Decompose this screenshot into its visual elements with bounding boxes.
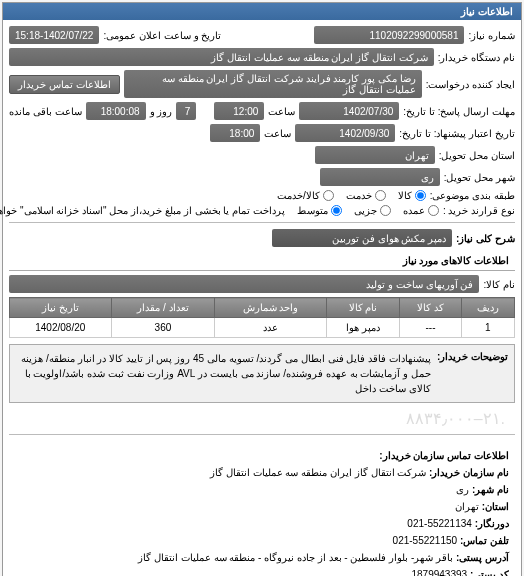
- contract-small-option[interactable]: جزیی: [354, 205, 391, 216]
- goods-info-title: اطلاعات کالاهای مورد نیاز: [9, 251, 515, 271]
- cell-name: دمپر هوا: [326, 318, 400, 338]
- contact-fax-label: دورنگار:: [475, 518, 509, 529]
- deadline-time-value: 12:00: [214, 102, 264, 120]
- buyer-notes-text: پیشنهادات فاقد فایل فنی ابطال می گردند/ …: [16, 351, 431, 396]
- contact-title: اطلاعات تماس سازمان خریدار:: [379, 450, 509, 461]
- separator: [9, 222, 515, 223]
- need-title-value: دمپر مکش هوای فن توربین: [272, 229, 452, 247]
- goods-name-value: فن آوریهای ساخت و تولید: [9, 275, 479, 293]
- watermark-text: .۲۱–۸۸۳۴٫۰۰۰: [9, 409, 515, 428]
- city-label: شهر محل تحویل:: [444, 172, 515, 183]
- buyer-org-value: شرکت انتقال گاز ایران منطقه سه عملیات ان…: [9, 48, 434, 66]
- col-row: ردیف: [461, 298, 514, 318]
- category-label: طبقه بندی موضوعی:: [430, 190, 515, 201]
- buyer-notes-label: توضیحات خریدار:: [437, 351, 508, 396]
- table-row: 1 --- دمپر هوا عدد 360 1402/08/20: [10, 318, 515, 338]
- cell-code: ---: [400, 318, 462, 338]
- contact-city-label: نام شهر:: [472, 484, 509, 495]
- contract-note: پرداخت تمام یا بخشی از مبلغ خرید،از محل …: [0, 205, 285, 216]
- contact-city-value: ری: [456, 484, 469, 495]
- validity-time-word: ساعت: [264, 128, 291, 139]
- city-value: ری: [320, 168, 440, 186]
- remain-days-value: 7: [176, 102, 196, 120]
- category-service-radio[interactable]: [375, 190, 386, 201]
- province-value: تهران: [315, 146, 435, 164]
- category-service-option[interactable]: خدمت: [346, 190, 386, 201]
- contract-small-label: جزیی: [354, 205, 377, 216]
- category-both-label: کالا/خدمت: [277, 190, 320, 201]
- contract-label: نوع قرارند خرید :: [443, 205, 515, 216]
- category-goods-radio[interactable]: [415, 190, 426, 201]
- contact-fax-value: 55221134-021: [407, 518, 472, 529]
- goods-name-label: نام کالا:: [483, 279, 515, 290]
- remain-day-word: روز و: [150, 106, 173, 117]
- cell-unit: عدد: [215, 318, 326, 338]
- category-goods-label: کالا: [398, 190, 412, 201]
- contact-tel-value: 55221150-021: [393, 535, 458, 546]
- col-unit: واحد شمارش: [215, 298, 326, 318]
- public-dt-label: تاریخ و ساعت اعلان عمومی:: [103, 30, 221, 41]
- buyer-org-label: نام دستگاه خریدار:: [438, 52, 515, 63]
- contract-radio-group: عمده جزیی متوسط: [297, 205, 439, 216]
- contact-prov-value: تهران: [455, 501, 479, 512]
- category-goods-option[interactable]: کالا: [398, 190, 426, 201]
- requester-value: رضا مکی پور کارمند فرایند شرکت انتقال گا…: [124, 70, 422, 98]
- contact-zip-value: 1879943393: [411, 569, 467, 576]
- validity-date-value: 1402/09/30: [295, 124, 395, 142]
- need-no-value: 1102092299000581: [314, 26, 464, 44]
- contract-average-label: متوسط: [297, 205, 328, 216]
- panel-body: شماره نیاز: 1102092299000581 تاریخ و ساع…: [3, 20, 521, 576]
- contract-large-option[interactable]: عمده: [403, 205, 439, 216]
- remain-label: ساعت باقی مانده: [9, 106, 82, 117]
- panel-title: اطلاعات نیاز: [3, 3, 521, 20]
- contract-average-option[interactable]: متوسط: [297, 205, 342, 216]
- contract-large-label: عمده: [403, 205, 425, 216]
- contract-small-radio[interactable]: [380, 205, 391, 216]
- need-no-label: شماره نیاز:: [468, 30, 515, 41]
- remain-time-value: 18:00:08: [86, 102, 146, 120]
- category-radio-group: کالا خدمت کالا/خدمت: [277, 190, 426, 201]
- contact-prov-label: استان:: [482, 501, 509, 512]
- contract-large-radio[interactable]: [428, 205, 439, 216]
- category-service-label: خدمت: [346, 190, 372, 201]
- col-qty: تعداد / مقدار: [111, 298, 215, 318]
- category-both-option[interactable]: کالا/خدمت: [277, 190, 334, 201]
- cell-date: 1402/08/20: [10, 318, 112, 338]
- need-info-panel: اطلاعات نیاز شماره نیاز: 110209229900058…: [2, 2, 522, 576]
- need-title-label: شرح کلی نیاز:: [456, 233, 515, 244]
- contact-org-label: نام سازمان خریدار:: [429, 467, 509, 478]
- province-label: استان محل تحویل:: [439, 150, 515, 161]
- contact-tel-label: تلفن تماس:: [460, 535, 509, 546]
- public-date-value: 1402/07/22 - 15:18: [9, 26, 99, 44]
- validity-time-value: 18:00: [210, 124, 260, 142]
- separator-2: [9, 434, 515, 435]
- validity-label: تاریخ اعتبار پیشنهاد: تا تاریخ:: [399, 128, 515, 139]
- category-both-radio[interactable]: [323, 190, 334, 201]
- col-code: کد کالا: [400, 298, 462, 318]
- deadline-time-word: ساعت: [268, 106, 295, 117]
- cell-qty: 360: [111, 318, 215, 338]
- requester-label: ایجاد کننده درخواست:: [426, 79, 515, 90]
- deadline-label: مهلت ارسال پاسخ: تا تاریخ:: [403, 106, 515, 117]
- buyer-contact-button[interactable]: اطلاعات تماس خریدار: [9, 75, 120, 94]
- col-date: تاریخ نیاز: [10, 298, 112, 318]
- buyer-contact-block: اطلاعات تماس سازمان خریدار: نام سازمان خ…: [9, 441, 515, 576]
- contact-zip-label: کد پستی:: [470, 569, 509, 576]
- col-name: نام کالا: [326, 298, 400, 318]
- contact-addr-value: باقر شهر- بلوار فلسطین - بعد از جاده نیر…: [138, 552, 453, 563]
- goods-table: ردیف کد کالا نام کالا واحد شمارش تعداد /…: [9, 297, 515, 338]
- cell-row: 1: [461, 318, 514, 338]
- contact-addr-label: آدرس پستی:: [456, 552, 509, 563]
- deadline-date-value: 1402/07/30: [299, 102, 399, 120]
- contract-average-radio[interactable]: [331, 205, 342, 216]
- contact-org-value: شرکت انتقال گاز ایران منطقه سه عملیات ان…: [210, 467, 426, 478]
- buyer-notes-box: توضیحات خریدار: پیشنهادات فاقد فایل فنی …: [9, 344, 515, 403]
